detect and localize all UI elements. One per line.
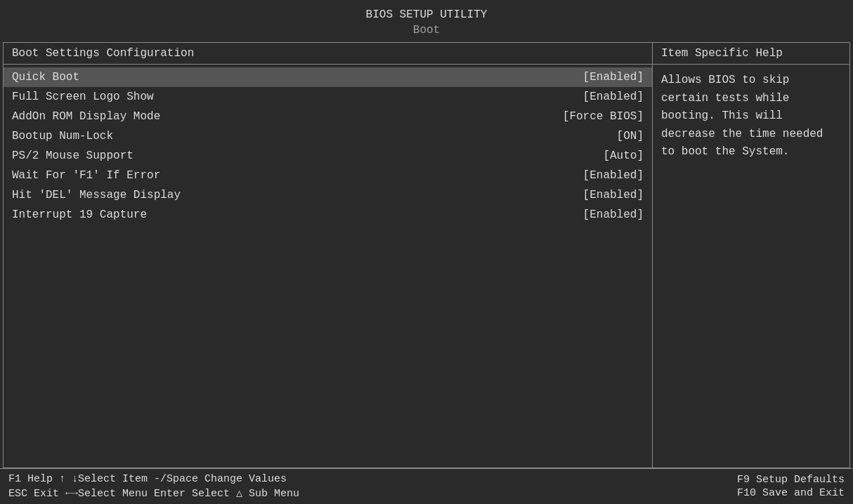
subtitle-text: Boot xyxy=(413,24,440,37)
footer-row: F10 Save and Exit xyxy=(737,487,845,499)
menu-item-label: Wait For 'F1' If Error xyxy=(12,169,583,182)
footer-row: F9 Setup Defaults xyxy=(737,474,845,486)
menu-item-label: AddOn ROM Display Mode xyxy=(12,110,563,123)
help-text-span: Allows BIOS to skip certain tests while … xyxy=(661,74,823,158)
help-text-content: Allows BIOS to skip certain tests while … xyxy=(653,65,849,168)
menu-item[interactable]: Full Screen Logo Show[Enabled] xyxy=(4,87,652,107)
menu-item-label: Interrupt 19 Capture xyxy=(12,208,583,221)
menu-item[interactable]: Interrupt 19 Capture[Enabled] xyxy=(4,205,652,225)
menu-item-value: [ON] xyxy=(617,130,644,142)
menu-item[interactable]: AddOn ROM Display Mode[Force BIOS] xyxy=(4,107,652,126)
menu-item-value: [Enabled] xyxy=(583,71,644,84)
bios-title: BIOS SETUP UTILITY xyxy=(0,0,853,24)
left-panel: Boot Settings Configuration Quick Boot[E… xyxy=(4,43,653,467)
menu-item[interactable]: Bootup Num-Lock[ON] xyxy=(4,126,652,146)
footer-row: F1 Help ↑ ↓Select Item -/Space Change Va… xyxy=(8,473,299,485)
menu-items-list: Quick Boot[Enabled]Full Screen Logo Show… xyxy=(4,65,652,467)
menu-item-value: [Enabled] xyxy=(583,189,644,201)
right-header-text: Item Specific Help xyxy=(661,47,783,60)
footer: F1 Help ↑ ↓Select Item -/Space Change Va… xyxy=(0,468,853,504)
menu-item-value: [Enabled] xyxy=(583,169,644,182)
menu-item-value: [Auto] xyxy=(603,150,644,162)
menu-item-label: Full Screen Logo Show xyxy=(12,91,583,103)
footer-left: F1 Help ↑ ↓Select Item -/Space Change Va… xyxy=(8,473,299,500)
footer-row: ESC Exit ←→Select Menu Enter Select △ Su… xyxy=(8,486,299,500)
menu-item-label: Hit 'DEL' Message Display xyxy=(12,189,583,201)
menu-item[interactable]: Hit 'DEL' Message Display[Enabled] xyxy=(4,185,652,205)
title-text: BIOS SETUP UTILITY xyxy=(366,8,488,21)
menu-item[interactable]: Quick Boot[Enabled] xyxy=(4,67,652,87)
menu-item-label: PS/2 Mouse Support xyxy=(12,150,603,162)
right-panel: Item Specific Help Allows BIOS to skip c… xyxy=(653,43,849,467)
bios-subtitle: Boot xyxy=(0,24,853,42)
right-panel-header: Item Specific Help xyxy=(653,43,849,65)
main-content: Boot Settings Configuration Quick Boot[E… xyxy=(3,42,850,468)
menu-item-label: Quick Boot xyxy=(12,71,583,84)
footer-right: F9 Setup DefaultsF10 Save and Exit xyxy=(737,474,845,499)
menu-item-label: Bootup Num-Lock xyxy=(12,130,617,142)
menu-item-value: [Enabled] xyxy=(583,208,644,221)
left-header-text: Boot Settings Configuration xyxy=(12,47,194,60)
left-panel-header: Boot Settings Configuration xyxy=(4,43,652,65)
menu-item[interactable]: Wait For 'F1' If Error[Enabled] xyxy=(4,166,652,185)
menu-item-value: [Enabled] xyxy=(583,91,644,103)
menu-item-value: [Force BIOS] xyxy=(563,110,644,123)
menu-item[interactable]: PS/2 Mouse Support[Auto] xyxy=(4,146,652,166)
